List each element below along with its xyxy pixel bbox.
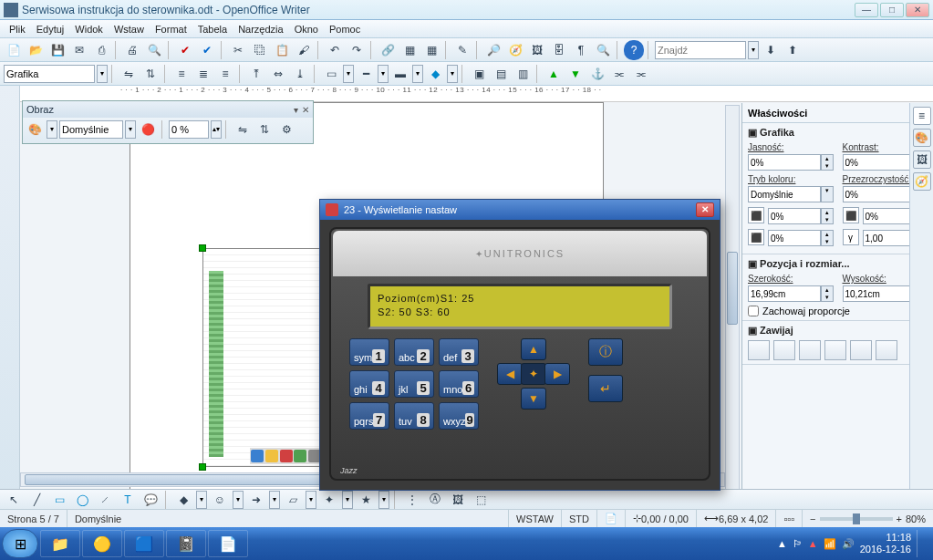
zoom-value[interactable]: 80% [906,513,926,524]
border-dd[interactable]: ▾ [343,65,354,83]
zoom-out-icon[interactable]: − [810,513,815,524]
menu-edytuj[interactable]: Edytuj [31,22,70,36]
callouts-icon[interactable]: ✦ [319,490,339,510]
key-5[interactable]: jkl5 [394,370,434,398]
przezr-input[interactable] [843,186,916,202]
filter-sel-dd[interactable]: ▾ [125,120,136,139]
tray-network-icon[interactable]: 📶 [824,538,836,550]
ellipse-tool-icon[interactable]: ◯ [72,490,92,510]
restore-button[interactable]: □ [880,3,904,17]
find-dropdown[interactable]: ▾ [748,41,759,59]
tray-sound-icon[interactable]: 🔊 [842,538,855,550]
align-center-icon[interactable]: ≣ [193,64,213,84]
image-toolbar-dropdown[interactable]: ▾ [294,105,298,115]
tray-flag-icon[interactable]: ▲ [777,538,787,549]
zoom-in-icon[interactable]: + [897,513,902,524]
resize-handle[interactable] [199,463,206,471]
flip-v-icon[interactable]: ⇅ [140,64,161,84]
bottom-icon[interactable]: ⤓ [290,64,310,84]
wrap-through-icon[interactable] [850,340,872,360]
task-writer[interactable]: 📄 [208,530,248,557]
find-prev-icon[interactable]: ⬆ [783,40,803,60]
front-icon[interactable]: ▲ [544,64,564,84]
red-input[interactable] [768,208,821,224]
nonprint-icon[interactable]: ¶ [571,40,591,60]
callouts-dd[interactable]: ▾ [342,491,353,509]
dpad-up[interactable]: ▲ [521,338,546,360]
sidetab-navigator[interactable]: 🧭 [913,172,931,191]
wrap2-icon[interactable]: ▤ [491,64,511,84]
dpad-center[interactable]: ✦ [521,363,546,385]
panel-grafika-title[interactable]: ▣ Grafika [748,127,928,139]
wrap-after-icon[interactable] [799,340,821,360]
open-icon[interactable]: 📂 [26,40,46,60]
key-4[interactable]: ghi4 [349,370,389,398]
print-icon[interactable]: 🖨 [122,40,142,60]
tryb-select[interactable] [748,186,821,202]
fontwork-icon[interactable]: Ⓐ [425,490,445,510]
spinner[interactable]: ▴▾ [821,208,834,224]
dropdown[interactable]: ▾ [821,186,834,202]
datasource-icon[interactable]: 🗄 [549,40,569,60]
points-icon[interactable]: ⋮ [402,490,422,510]
subwindow-nastaw[interactable]: 23 - Wyświetlanie nastaw ✕ ✦ UNITRONICS … [319,199,720,491]
key-2[interactable]: abc2 [394,338,434,366]
dpad-left[interactable]: ◀ [497,363,523,385]
symbols-icon[interactable]: ☺ [210,490,230,510]
autospell-icon[interactable]: ✔ [197,40,217,60]
width-input[interactable] [748,285,821,302]
key-7[interactable]: pqrs7 [349,402,389,430]
status-style[interactable]: Domyślnie [67,510,509,527]
linecolor-icon[interactable]: ▬ [390,64,410,84]
arrows-dd[interactable]: ▾ [269,491,280,509]
resize-handle[interactable] [199,244,206,252]
spinner[interactable]: ▴▾ [821,154,834,171]
cut-icon[interactable]: ✂ [228,40,248,60]
copy-icon[interactable]: ⿻ [250,40,270,60]
areacolor-dd[interactable]: ▾ [447,65,458,83]
style-dropdown[interactable]: ▾ [97,65,108,83]
unchain-icon[interactable]: ⫘ [631,64,651,84]
tray-action-icon[interactable]: 🏳 [793,538,803,549]
chain-icon[interactable]: ⫘ [609,64,629,84]
middle-icon[interactable]: ⇔ [268,64,288,84]
scroll-thumb[interactable] [727,252,738,325]
wrap-parallel-icon[interactable] [824,340,846,360]
link-icon[interactable]: 🔗 [378,40,398,60]
filter-icon[interactable]: 🎨 [25,119,45,140]
trans-ud[interactable]: ▴▾ [211,120,222,139]
keep-ratio-checkbox[interactable]: Zachowaj proporcje [748,306,928,316]
shapes-icon[interactable]: ◆ [173,490,193,510]
poly-tool-icon[interactable]: ⟋ [95,490,115,510]
save-icon[interactable]: 💾 [47,40,67,60]
brush-icon[interactable]: 🖌 [294,40,314,60]
areacolor-icon[interactable]: ◆ [425,64,445,84]
color-icon[interactable]: 🔴 [138,119,158,140]
wrap-before-icon[interactable] [773,340,795,360]
sidetab-gallery[interactable]: 🖼 [913,150,931,169]
task-app2[interactable]: 📓 [166,530,206,557]
extrude-icon[interactable]: ⬚ [471,490,491,510]
menu-pomoc[interactable]: Pomoc [324,22,366,36]
style-select[interactable] [4,65,95,83]
jasnosc-input[interactable] [748,154,821,171]
minimize-button[interactable]: — [855,3,878,17]
email-icon[interactable]: ✉ [69,40,89,60]
spellcheck-icon[interactable]: ✔ [175,40,195,60]
info-button[interactable]: ⓘ [588,338,623,366]
task-explorer[interactable]: 📁 [40,530,80,557]
dpad-right[interactable]: ▶ [544,363,570,385]
border-icon[interactable]: ▭ [321,64,341,84]
back-icon[interactable]: ▼ [565,64,586,84]
fromfile-icon[interactable]: 🖼 [448,490,468,510]
menu-tabela[interactable]: Tabela [192,22,233,36]
callout-tool-icon[interactable]: 💬 [140,490,161,510]
system-tray[interactable]: ▲ 🏳 ▲ 📶 🔊 11:182016-12-16 [770,530,931,557]
find-next-icon[interactable]: ⬇ [761,40,781,60]
task-chrome[interactable]: 🟡 [82,530,122,557]
rect-tool-icon[interactable]: ▭ [49,490,69,510]
wrap-none-icon[interactable] [748,340,770,360]
linestyle-icon[interactable]: ━ [356,64,376,84]
status-insert[interactable]: WSTAW [509,510,562,527]
undo-icon[interactable]: ↶ [325,40,345,60]
